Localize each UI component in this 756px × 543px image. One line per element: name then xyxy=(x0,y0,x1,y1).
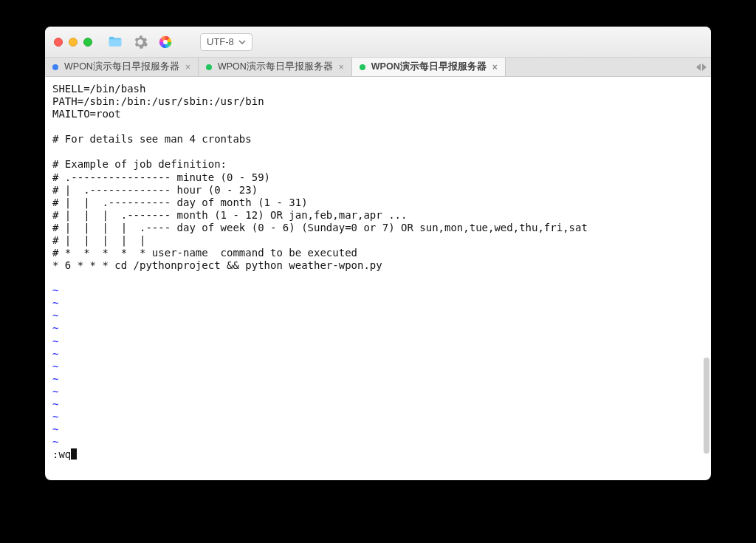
tab-label: WPON演示每日早报服务器 xyxy=(371,61,487,73)
close-icon[interactable]: × xyxy=(492,63,498,72)
tab-label: WPON演示每日早报服务器 xyxy=(64,61,179,73)
chevron-left-icon[interactable] xyxy=(696,64,701,71)
tab-0[interactable]: WPON演示每日早报服务器 × xyxy=(45,58,199,76)
close-icon[interactable]: × xyxy=(339,63,344,72)
terminal-window: UTF-8 WPON演示每日早报服务器 × WPON演示每日早报服务器 × WP… xyxy=(45,27,711,480)
chevron-right-icon[interactable] xyxy=(702,64,707,71)
tab-label: WPON演示每日早报服务器 xyxy=(218,61,333,73)
status-dot-icon xyxy=(52,64,58,70)
folder-icon[interactable] xyxy=(106,33,125,52)
editor-area[interactable]: SHELL=/bin/bash PATH=/sbin:/bin:/usr/sbi… xyxy=(45,77,711,480)
minimize-icon[interactable] xyxy=(69,38,78,47)
traffic-lights xyxy=(54,38,92,47)
close-icon[interactable]: × xyxy=(185,63,190,72)
svg-point-1 xyxy=(163,40,168,44)
encoding-select[interactable]: UTF-8 xyxy=(200,33,252,51)
encoding-label: UTF-8 xyxy=(207,36,234,47)
status-dot-icon xyxy=(206,64,212,70)
tab-scroller[interactable] xyxy=(696,58,711,76)
chevron-down-icon xyxy=(238,38,246,46)
editor-content[interactable]: SHELL=/bin/bash PATH=/sbin:/bin:/usr/sbi… xyxy=(45,77,711,480)
zoom-icon[interactable] xyxy=(83,38,92,47)
vertical-scrollbar[interactable] xyxy=(704,358,709,454)
tab-2[interactable]: WPON演示每日早报服务器 × xyxy=(352,58,506,76)
tab-1[interactable]: WPON演示每日早报服务器 × xyxy=(199,58,352,76)
tabbar: WPON演示每日早报服务器 × WPON演示每日早报服务器 × WPON演示每日… xyxy=(45,58,711,77)
color-wheel-icon[interactable] xyxy=(156,33,175,52)
titlebar: UTF-8 xyxy=(45,27,711,58)
gear-icon[interactable] xyxy=(131,33,150,52)
close-icon[interactable] xyxy=(54,38,63,47)
status-dot-icon xyxy=(360,64,365,70)
